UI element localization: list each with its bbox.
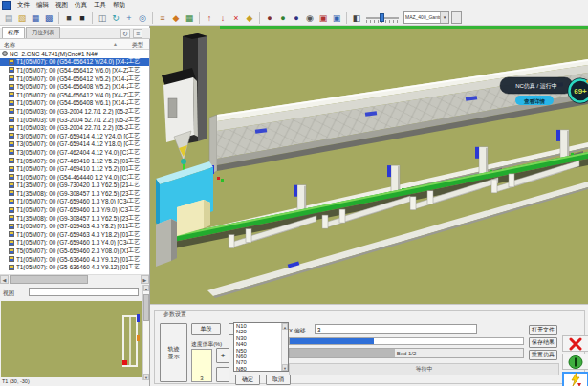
save-icon[interactable]: ▦ [30, 11, 42, 24]
side-button-2[interactable]: 保存结果 [529, 337, 557, 348]
chevron-down-icon[interactable]: ▾ [440, 12, 448, 23]
report-icon[interactable]: ▣ [317, 11, 330, 24]
search-icon[interactable]: ◉ [304, 11, 316, 24]
scroll-thumb[interactable] [10, 275, 88, 284]
toolbar-separator [199, 12, 200, 24]
list-item[interactable]: T5(05M07): 00 (G5-659460 2.3 Y08.0) [X13… [0, 247, 149, 255]
mini-2d-view[interactable] [1, 301, 142, 377]
doc-icon[interactable]: ▣ [331, 11, 343, 24]
meter-icon[interactable]: ◧ [351, 11, 363, 24]
list-item[interactable]: T1(05M07): 00 (G5-636460 4.3 Y9.12) [011… [0, 255, 149, 264]
list-item[interactable]: T1(35M08): 00 (G9-308457 1.3 Y62.5) [23-… [0, 189, 149, 198]
list-header[interactable]: 名称 ▲ 类型 [0, 39, 149, 50]
rate-decrease-button[interactable]: − [216, 367, 229, 382]
start-button[interactable] [562, 354, 588, 370]
view-solid-icon[interactable]: ■ [63, 11, 76, 24]
horizontal-scrollbar[interactable]: ◀ ▶ [0, 274, 149, 284]
list-item[interactable]: T1(05M07): 00 (G54-656412 Y/24.0) [X4-Z2… [0, 58, 149, 67]
vertical-scrollbar[interactable]: ▲ ▼ [142, 285, 149, 380]
new-file-icon[interactable]: ▤ [3, 11, 15, 24]
tool3-icon[interactable]: ● [291, 11, 303, 24]
export-icon[interactable]: ↓ [217, 11, 229, 24]
machine-combo[interactable]: MAZ_400_Gantry ▾ [403, 11, 449, 24]
tab-program[interactable]: 程序 [2, 27, 25, 38]
list-item[interactable]: T5(05M07): 00 (G54-656408 Y/5.2) [X14-Z4… [0, 82, 149, 91]
mini-view-input[interactable] [29, 288, 139, 296]
save-all-icon[interactable]: ▩ [43, 11, 55, 24]
list-item[interactable]: T1(05M07): 00 (G54-464440 1.2 Y4.0) [C34… [0, 173, 149, 182]
list-item[interactable]: T1(35M07): 00 (G9-730420 1.3 Y62.5) [21-… [0, 182, 149, 190]
menu-item[interactable]: 帮助 [113, 1, 125, 10]
import-icon[interactable]: ↑ [204, 11, 216, 24]
slider-thumb[interactable] [380, 13, 384, 22]
nc-block-item[interactable]: N80 [234, 366, 288, 372]
list-item[interactable]: T1(05M07): 00 (G7-659460 1.3 Y/9.0) [C34… [0, 205, 149, 214]
vscroll-thumb[interactable] [143, 294, 149, 321]
refresh-icon[interactable]: ↻ [120, 29, 130, 38]
list-item[interactable]: T1(05M07): 00 (G5-636460 4.3 Y9.12) [014… [0, 263, 149, 271]
ok-button[interactable]: 确定 [235, 375, 260, 385]
tool1-icon[interactable]: ● [264, 11, 276, 24]
tab-toollist[interactable]: 刀位列表 [26, 27, 60, 38]
list-item[interactable]: T1(05M07): 00 (G7-469410 1.12 Y5.2) [011… [0, 164, 149, 173]
list-item[interactable]: T1(05M07): 00 (G7-659460 1.3 Y8.0) [C34-… [0, 198, 149, 206]
measure-icon[interactable]: ◆ [170, 11, 183, 24]
rate-increase-button[interactable]: + [216, 348, 229, 363]
rotate-view-icon[interactable]: ↻ [110, 11, 122, 24]
badge-button-text[interactable]: 查看详情 [523, 98, 546, 105]
open-folder-icon[interactable]: ▧ [16, 11, 29, 24]
list-item[interactable]: T1(05M07): 00 (G54-656412 Y/5.2) [X14-Z4… [0, 75, 149, 83]
menu-item[interactable]: 编辑 [36, 1, 49, 10]
scroll-left-icon[interactable]: ◀ [0, 275, 9, 284]
pan-icon[interactable]: + [123, 11, 136, 24]
list-item[interactable]: T1(05M03): 00 (G3-2004 22.7/1 2.2) [05-2… [0, 123, 149, 132]
list-item[interactable]: T3(05M07): 00 (G7-659414 4.12 Y24.0) [C3… [0, 132, 149, 140]
scroll-down-icon[interactable]: ▼ [282, 364, 288, 371]
trace-display-button[interactable]: 轨迹 显示 [160, 323, 187, 382]
single-step-button[interactable]: 单段 [191, 323, 221, 335]
scroll-right-icon[interactable]: ▶ [141, 275, 149, 284]
tool2-icon[interactable]: ● [277, 11, 290, 24]
delete-icon[interactable]: × [230, 11, 243, 24]
zoom-fit-icon[interactable]: ◎ [137, 11, 149, 24]
select-icon[interactable]: ◫ [97, 11, 109, 24]
feed-rate-value[interactable]: 3 [191, 349, 212, 382]
scroll-up-icon[interactable]: ▲ [143, 285, 149, 291]
menu-item[interactable]: 视图 [55, 1, 68, 10]
sort-icon[interactable]: ▲ [113, 41, 118, 47]
scroll-up-icon[interactable]: ▲ [282, 323, 288, 330]
list-icon[interactable]: ≡ [157, 11, 169, 24]
resume-button[interactable] [562, 372, 588, 386]
list-item[interactable]: T3(05M07): 00 (G7-659414 4.12 Y18.0) [C3… [0, 140, 149, 149]
nc-block-list[interactable]: N10N20N30N40N50N60N70N80 ▲ ▼ [233, 322, 289, 372]
cancel-button[interactable]: 取消 [266, 375, 291, 385]
list-item[interactable]: T1(05M07): 00 (G7-659460 1.3 Y4.0) [C34-… [0, 239, 149, 247]
offset-input[interactable] [315, 324, 477, 334]
combo-apply-button[interactable] [451, 11, 462, 24]
list-view-icon[interactable]: ≡ [133, 29, 142, 38]
menu-item[interactable]: 仿真 [75, 1, 87, 10]
scroll-down-icon[interactable]: ▼ [143, 374, 149, 380]
side-button-1[interactable]: 打开文件 [529, 325, 557, 335]
menu-item[interactable]: 工具 [94, 1, 106, 10]
list-item[interactable]: T1(05M03): 00 (G3-2004 52.7/1 2.2) [05-2… [0, 116, 149, 124]
list-item[interactable]: T1(05M07): 00 (G54-656412 Y/6.0) [X4-Z29… [0, 66, 149, 75]
list-item[interactable]: T1(05M07): 00 (G7-469410 1.12 Y5.2) [011… [0, 157, 149, 165]
grid-icon[interactable]: ▦ [184, 11, 196, 24]
viewport-3d[interactable]: NC仿真 / 运行中 查看详情 69+ [150, 26, 588, 304]
list-item[interactable]: T1(05M03): 00 (G3-2004 12.7/1 2.2) [05-2… [0, 107, 149, 116]
block-list-scrollbar[interactable]: ▲ ▼ [281, 323, 288, 371]
list-item[interactable]: T1(05M07): 00 (G54-656412 Y/4.0) [X4-Z29… [0, 91, 149, 99]
view-shaded-icon[interactable]: ■ [76, 11, 89, 24]
list-item[interactable]: T1(05M07): 00 (G7-659463 4.3 Y8.2) [011-… [0, 222, 149, 230]
list-item[interactable]: T1(05M07): 00 (G7-659463 4.3 Y18.2) [011… [0, 230, 149, 239]
speed-slider[interactable] [366, 12, 399, 24]
list-item[interactable]: T3(05M07): 00 (G7-462404 4.12 Y4.0) [C34… [0, 148, 149, 157]
abort-button[interactable] [562, 335, 588, 352]
tree-root-item[interactable]: NC_2.CNC 4L741(M)Cnc#1 N4# [0, 50, 149, 58]
menu-item[interactable]: 文件 [17, 1, 30, 10]
list-item[interactable]: T1(35M08): 00 (G9-308457 1.3 Y62.5) [23-… [0, 214, 149, 223]
tools-icon[interactable]: ◆ [244, 11, 256, 24]
list-item[interactable]: T1(05M07): 00 (G54-656408 Y/6.1) [X14-Z2… [0, 99, 149, 108]
side-button-3[interactable]: 重置仿真 [529, 350, 557, 360]
